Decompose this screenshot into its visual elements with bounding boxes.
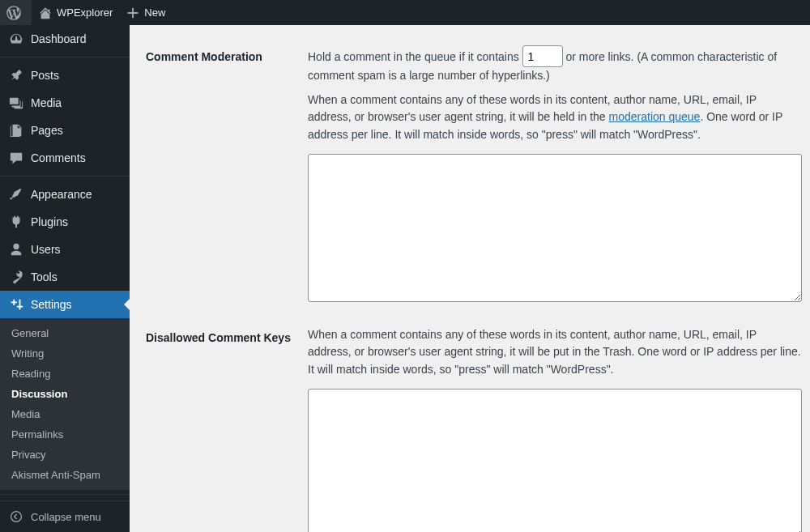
- sidebar-item-tools[interactable]: Tools: [0, 263, 130, 291]
- moderation-queue-link[interactable]: moderation queue: [609, 110, 701, 123]
- home-icon: [38, 6, 53, 20]
- sidebar-item-media[interactable]: Media: [0, 89, 130, 117]
- submenu-item-discussion[interactable]: Discussion: [0, 384, 130, 404]
- plug-icon: [8, 214, 24, 230]
- wp-logo-menu[interactable]: [0, 0, 32, 25]
- collapse-menu-button[interactable]: Collapse menu: [0, 500, 130, 532]
- setting-heading: Disallowed Comment Keys: [146, 326, 308, 344]
- disallowed-keys-textarea[interactable]: [308, 389, 802, 532]
- pin-icon: [8, 67, 24, 83]
- pages-icon: [8, 122, 24, 138]
- collapse-icon: [8, 509, 24, 525]
- sidebar-item-dashboard[interactable]: Dashboard: [0, 25, 130, 53]
- sidebar-item-label: Tools: [31, 270, 58, 283]
- sidebar-item-comments[interactable]: Comments: [0, 144, 130, 172]
- svg-point-0: [11, 512, 22, 522]
- plus-icon: [126, 6, 140, 20]
- submenu-item-privacy[interactable]: Privacy: [0, 445, 130, 465]
- sidebar-item-appearance[interactable]: Appearance: [0, 181, 130, 208]
- submenu-item-writing[interactable]: Writing: [0, 343, 130, 364]
- site-home-link[interactable]: WPExplorer: [32, 0, 119, 25]
- new-content-menu[interactable]: New: [119, 0, 172, 25]
- new-content-label: New: [144, 6, 165, 19]
- sidebar-item-label: Media: [31, 96, 62, 109]
- max-links-input[interactable]: [522, 45, 563, 67]
- submenu-item-reading[interactable]: Reading: [0, 364, 130, 384]
- user-icon: [8, 241, 24, 257]
- dashboard-icon: [8, 31, 24, 47]
- sidebar-item-plugins[interactable]: Plugins: [0, 208, 130, 236]
- disallowed-keys-description: When a comment contains any of these wor…: [308, 326, 802, 379]
- sidebar-item-users[interactable]: Users: [0, 236, 130, 263]
- setting-row-disallowed-keys: Disallowed Comment Keys When a comment c…: [146, 326, 794, 532]
- sidebar-item-label: Pages: [31, 124, 63, 137]
- sidebar-item-label: Posts: [31, 69, 59, 82]
- main-content: Comment Moderation Hold a comment in the…: [130, 25, 810, 532]
- sidebar-item-label: Dashboard: [31, 32, 87, 45]
- submenu-item-akismet[interactable]: Akismet Anti-Spam: [0, 465, 130, 485]
- setting-row-comment-moderation: Comment Moderation Hold a comment in the…: [146, 45, 794, 302]
- wrench-icon: [8, 269, 24, 285]
- site-name-label: WPExplorer: [57, 6, 113, 19]
- collapse-menu-label: Collapse menu: [31, 511, 101, 523]
- settings-submenu: General Writing Reading Discussion Media…: [0, 318, 130, 490]
- sidebar-item-label: Users: [31, 243, 61, 256]
- moderation-keys-textarea[interactable]: [308, 154, 802, 302]
- sidebar-item-settings[interactable]: Settings: [0, 291, 130, 318]
- sidebar-item-posts[interactable]: Posts: [0, 62, 130, 89]
- admin-sidebar: Dashboard Posts Media Pages Comments App…: [0, 25, 130, 532]
- submenu-item-general[interactable]: General: [0, 323, 130, 343]
- text-fragment: Hold a comment in the queue if it contai…: [308, 50, 522, 63]
- submenu-item-permalinks[interactable]: Permalinks: [0, 424, 130, 445]
- sidebar-item-label: Plugins: [31, 215, 68, 228]
- sidebar-item-label: Settings: [31, 298, 72, 311]
- setting-heading: Comment Moderation: [146, 45, 308, 63]
- sliders-icon: [8, 296, 24, 313]
- hold-links-description: Hold a comment in the queue if it contai…: [308, 45, 802, 85]
- sidebar-item-pages[interactable]: Pages: [0, 117, 130, 144]
- admin-toolbar: WPExplorer New: [0, 0, 810, 25]
- media-icon: [8, 95, 24, 111]
- sidebar-item-label: Comments: [31, 151, 86, 164]
- comments-icon: [8, 150, 24, 166]
- moderation-keywords-description: When a comment contains any of these wor…: [308, 92, 802, 144]
- brush-icon: [8, 186, 24, 202]
- wordpress-logo-icon: [6, 6, 21, 20]
- submenu-item-media[interactable]: Media: [0, 404, 130, 424]
- sidebar-item-label: Appearance: [31, 188, 92, 201]
